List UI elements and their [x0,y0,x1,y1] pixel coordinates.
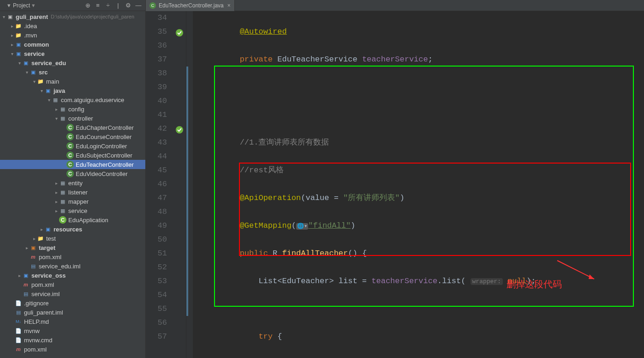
tree-item[interactable]: ▾▣service_edu [0,58,145,67]
tree-item[interactable]: 📄mvnw [0,326,145,335]
file-tab[interactable]: C EduTeacherController.java × [146,0,235,11]
tree-item[interactable]: ▾▣java [0,86,145,95]
tree-item[interactable]: ▸▦entity [0,178,145,188]
fold-bar [186,11,193,358]
tree-item[interactable]: CEduSubjectController [0,151,145,160]
annotation-autowired: @Autowired [240,27,287,36]
gear-icon[interactable]: ⚙ [124,1,132,10]
target-icon[interactable]: ⊕ [83,1,92,10]
vcs-marker [186,67,188,316]
tree-item[interactable]: ▸▣target [0,243,145,252]
tree-item[interactable]: CEduCourseController [0,132,145,141]
line-gutter: 3435363738394041424344454647484950515253… [146,11,173,358]
tree-item[interactable]: ▤service_edu.iml [0,261,145,271]
tree-item[interactable]: ▸▦service [0,206,145,215]
tree-item[interactable]: ▾▦controller [0,114,145,123]
svg-point-0 [176,29,183,36]
sidebar-header: ▾ Project ▾ ⊕ ≡ ÷ | ⚙ — [0,0,145,11]
tree-item[interactable]: mpom.xml [0,252,145,261]
tree-item[interactable]: CEduVideoController [0,169,145,178]
globe-icon: 🌐▾ [296,223,308,230]
tree-item[interactable]: 📄.gitignore [0,298,145,308]
tree-item[interactable]: CEduTeacherController [0,160,145,169]
tree-item[interactable]: ▸▣service_oss [0,271,145,280]
tree-item[interactable]: ▸📁.mvn [0,30,145,40]
tree-item[interactable]: ▸📁test [0,234,145,243]
tree-item[interactable]: ▸▦config [0,104,145,114]
tree-item[interactable]: ▾▣src [0,67,145,77]
gutter-marks [173,11,186,358]
tab-label: EduTeacherController.java [159,2,224,9]
tree-item[interactable]: ▸▦listener [0,188,145,197]
collapse-icon[interactable]: ≡ [94,1,102,10]
tree-item[interactable]: mpom.xml [0,345,145,354]
project-sidebar: ▾ Project ▾ ⊕ ≡ ÷ | ⚙ — ▾▣ guli_parent D… [0,0,146,358]
svg-point-1 [176,126,183,133]
tree-item[interactable]: CEduLoginController [0,141,145,151]
project-root[interactable]: ▾▣ guli_parent D:\study\java\code\projec… [0,12,145,21]
project-tree[interactable]: ▾▣ guli_parent D:\study\java\code\projec… [0,11,145,358]
tree-item[interactable]: 📄mvnw.cmd [0,335,145,345]
editor-tabs: C EduTeacherController.java × [146,0,644,11]
tree-item[interactable]: ▤service.iml [0,289,145,298]
source-code[interactable]: @Autowired private EduTeacherService tea… [193,11,644,358]
tree-item[interactable]: M↓HELP.md [0,317,145,326]
project-arrow-icon[interactable]: ▾ [5,1,13,10]
tree-item[interactable]: ▤guli_parent.iml [0,308,145,317]
tree-item[interactable]: ▸▣resources [0,225,145,234]
close-icon[interactable]: × [227,2,231,9]
separator-icon: | [114,1,122,10]
spring-gutter-icon[interactable] [175,125,185,134]
tree-item[interactable]: CEduApplication [0,215,145,225]
divide-icon[interactable]: ÷ [104,1,112,10]
tree-item[interactable]: mpom.xml [0,280,145,289]
tree-item[interactable]: ▸▦mapper [0,197,145,206]
tree-item[interactable]: ▾▣service [0,49,145,58]
tree-item[interactable]: ▸▣common [0,40,145,49]
sidebar-title: Project [13,2,30,9]
class-icon: C [149,2,156,9]
chevron-icon: ▾ [32,2,35,9]
code-editor[interactable]: 3435363738394041424344454647484950515253… [146,11,644,358]
tree-item[interactable]: ▾▦com.atguigu.eduservice [0,95,145,104]
tree-item[interactable]: ▾📁main [0,77,145,86]
minimize-icon[interactable]: — [134,1,143,10]
annotation-label: 删掉这段代码 [507,277,562,291]
green-highlight-box [214,66,634,307]
tree-item[interactable]: ▸📁.idea [0,21,145,30]
spring-gutter-icon[interactable] [175,28,185,37]
editor-area: C EduTeacherController.java × 3435363738… [146,0,644,358]
root-path: D:\study\java\code\project\guli_paren [51,14,134,19]
root-name: guli_parent [16,13,48,20]
tree-item[interactable]: CEduChapterController [0,123,145,132]
